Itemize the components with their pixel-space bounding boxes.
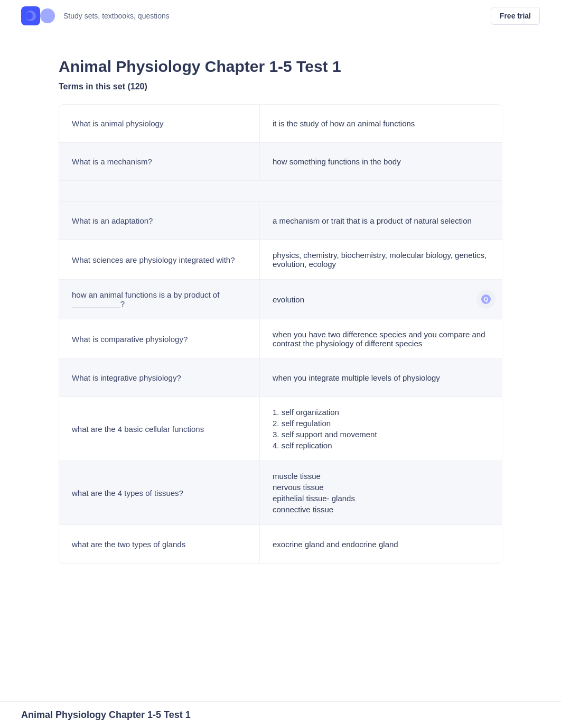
term-question: what are the 4 basic cellular functions — [59, 397, 260, 460]
term-answer: physics, chemistry, biochemistry, molecu… — [260, 240, 502, 279]
table-row: What is an adaptation? a mechanism or tr… — [59, 202, 502, 240]
term-answer: it is the study of how an animal functio… — [260, 105, 502, 142]
header: Study sets, textbooks, questions Free tr… — [0, 0, 561, 32]
table-row: what are the 4 basic cellular functions … — [59, 397, 502, 461]
page-title: Animal Physiology Chapter 1-5 Test 1 — [59, 58, 502, 76]
term-question: What is integrative physiology? — [59, 359, 260, 397]
term-answer: exocrine gland and endocrine gland — [260, 525, 502, 563]
term-answer: when you have two difference species and… — [260, 319, 502, 358]
term-answer: how something functions in the body — [260, 143, 502, 180]
header-right: Free trial — [491, 7, 540, 25]
blur-overlay: Q — [364, 280, 502, 319]
term-question: what are the two types of glands — [59, 525, 260, 563]
term-question: What is comparative physiology? — [59, 319, 260, 358]
term-answer: 1. self organization 2. self regulation … — [260, 397, 502, 460]
term-answer: evolution Q — [260, 280, 502, 319]
term-question: What is a mechanism? — [59, 143, 260, 180]
terms-container: What is animal physiology it is the stud… — [59, 104, 502, 564]
term-question: What is animal physiology — [59, 105, 260, 142]
term-question: how an animal functions is a by product … — [59, 280, 260, 319]
term-answer: muscle tissue nervous tissue epithelial … — [260, 461, 502, 524]
logo-icon — [21, 6, 40, 25]
term-question: What is an adaptation? — [59, 202, 260, 239]
table-row: What is integrative physiology? when you… — [59, 359, 502, 397]
term-answer: a mechanism or trait that is a product o… — [260, 202, 502, 239]
answer-list: muscle tissue nervous tissue epithelial … — [273, 472, 355, 514]
term-answer: when you integrate multiple levels of ph… — [260, 359, 502, 397]
table-row: what are the two types of glands exocrin… — [59, 525, 502, 563]
logo-secondary — [40, 8, 55, 23]
spacer-row — [59, 181, 502, 202]
terms-count-header: Terms in this set (120) — [59, 82, 502, 91]
table-row: What is comparative physiology? when you… — [59, 319, 502, 359]
table-row: What is a mechanism? how something funct… — [59, 143, 502, 181]
upgrade-icon[interactable]: Q — [476, 290, 495, 309]
table-row: how an animal functions is a by product … — [59, 280, 502, 319]
svg-text:Q: Q — [484, 296, 489, 302]
bottom-bar-title: Animal Physiology Chapter 1-5 Test 1 — [21, 709, 191, 721]
answer-list: 1. self organization 2. self regulation … — [273, 408, 377, 450]
free-trial-button[interactable]: Free trial — [491, 7, 540, 25]
nav-search-text[interactable]: Study sets, textbooks, questions — [63, 12, 170, 20]
table-row: What sciences are physiology integrated … — [59, 240, 502, 280]
svg-point-1 — [25, 12, 33, 20]
table-row: what are the 4 types of tissues? muscle … — [59, 461, 502, 525]
table-row: What is animal physiology it is the stud… — [59, 105, 502, 143]
logo-area — [21, 6, 55, 25]
bottom-bar: Animal Physiology Chapter 1-5 Test 1 — [0, 701, 561, 728]
term-question: What sciences are physiology integrated … — [59, 240, 260, 279]
term-question: what are the 4 types of tissues? — [59, 461, 260, 524]
main-content: Animal Physiology Chapter 1-5 Test 1 Ter… — [38, 32, 523, 595]
